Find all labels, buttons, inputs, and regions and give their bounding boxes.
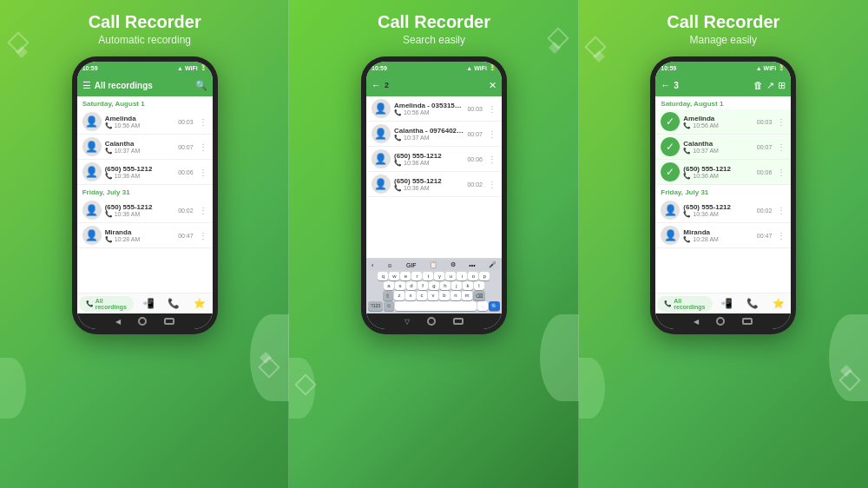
- more-icon-3-4[interactable]: ⋮: [777, 231, 786, 241]
- call-item-1-2[interactable]: 👤 (650) 555-1212 📞 10:36 AM 00:06 ⋮: [77, 160, 213, 185]
- panel1-subtitle: Automatic recording: [89, 34, 201, 46]
- call-duration-1-3: 00:02: [178, 208, 194, 214]
- home-button-3[interactable]: [716, 317, 725, 326]
- bottom-nav-starred-1[interactable]: ⭐: [187, 298, 213, 309]
- bottom-nav-incoming-3[interactable]: 📲: [714, 298, 740, 309]
- more-icon-1-3[interactable]: ⋮: [199, 206, 207, 215]
- call-duration-2-1: 00:07: [467, 131, 483, 137]
- call-item-3-0[interactable]: ✓ Amelinda 📞 10:56 AM 00:03 ⋮: [655, 109, 791, 135]
- key-d[interactable]: d: [406, 281, 417, 290]
- key-n[interactable]: n: [450, 291, 461, 300]
- more-icon-2-0[interactable]: ⋮: [488, 104, 496, 114]
- call-duration-1-2: 00:06: [178, 169, 194, 175]
- key-q[interactable]: q: [378, 272, 388, 280]
- key-y[interactable]: y: [434, 272, 444, 280]
- key-search[interactable]: 🔍: [489, 301, 500, 311]
- call-item-3-4[interactable]: 👤 Miranda 📞 10:28 AM 00:47 ⋮: [655, 223, 791, 248]
- close-icon-2[interactable]: ✕: [489, 80, 496, 91]
- more-icon-1-0[interactable]: ⋮: [199, 117, 207, 127]
- recent-button-2[interactable]: [453, 318, 464, 325]
- key-123[interactable]: ?123: [368, 301, 383, 311]
- search-input-2[interactable]: 2: [385, 81, 485, 89]
- search-item-2-3[interactable]: 👤 (650) 555-1212 📞 10:36 AM 00:02 ⋮: [366, 172, 502, 197]
- key-shift[interactable]: ⇧: [383, 291, 393, 300]
- more-icon-2-1[interactable]: ⋮: [488, 129, 496, 139]
- key-z[interactable]: z: [394, 291, 404, 300]
- home-button-2[interactable]: [427, 317, 436, 326]
- key-t[interactable]: t: [423, 272, 433, 280]
- key-o[interactable]: o: [468, 272, 478, 280]
- key-b[interactable]: b: [439, 291, 450, 300]
- home-button-1[interactable]: [138, 317, 147, 326]
- key-p[interactable]: p: [479, 272, 490, 280]
- bottom-nav-starred-3[interactable]: ⭐: [766, 298, 792, 309]
- key-backspace[interactable]: ⌫: [473, 291, 485, 300]
- delete-icon-3[interactable]: 🗑: [753, 80, 763, 90]
- key-e[interactable]: e: [400, 272, 411, 280]
- back-icon-2[interactable]: ←: [372, 80, 381, 90]
- call-info-1-4: Miranda 📞 10:28 AM: [105, 228, 174, 243]
- back-button-3[interactable]: ◀: [694, 318, 699, 326]
- key-x[interactable]: x: [405, 291, 416, 300]
- key-u[interactable]: u: [445, 272, 456, 280]
- more-icon-3-1[interactable]: ⋮: [777, 142, 786, 152]
- share-icon-3[interactable]: ↗: [766, 80, 774, 91]
- more-icon-3-3[interactable]: ⋮: [777, 206, 786, 215]
- call-name-1-3: (650) 555-1212: [105, 203, 174, 211]
- search-item-2-0[interactable]: 👤 Amelinda - 035315836 📞 10:56 AM 00:03 …: [366, 96, 502, 122]
- bottom-nav-outgoing-3[interactable]: 📞: [740, 298, 766, 309]
- call-item-3-3[interactable]: 👤 (650) 555-1212 📞 10:36 AM 00:02 ⋮: [655, 198, 791, 223]
- bottom-nav-all-3[interactable]: 📞 All recordings: [655, 294, 713, 313]
- more-icon-3[interactable]: ⊞: [778, 80, 786, 91]
- avatar-3-1: ✓: [661, 137, 680, 156]
- call-item-1-4[interactable]: 👤 Miranda 📞 10:28 AM 00:47 ⋮: [77, 223, 213, 248]
- menu-icon-1[interactable]: ☰: [82, 80, 91, 91]
- key-j[interactable]: j: [451, 281, 462, 290]
- call-item-1-0[interactable]: 👤 Amelinda 📞 10:56 AM 00:03 ⋮: [77, 109, 213, 135]
- call-item-1-3[interactable]: 👤 (650) 555-1212 📞 10:36 AM 00:02 ⋮: [77, 198, 213, 223]
- more-icon-2-2[interactable]: ⋮: [488, 155, 496, 164]
- back-icon-3[interactable]: ←: [661, 80, 670, 90]
- bottom-nav-outgoing-1[interactable]: 📞: [161, 298, 187, 309]
- more-icon-3-2[interactable]: ⋮: [777, 168, 786, 177]
- key-k[interactable]: k: [463, 281, 473, 290]
- back-button-2[interactable]: ▽: [404, 318, 410, 326]
- key-h[interactable]: h: [440, 281, 450, 290]
- recent-button-3[interactable]: [742, 318, 753, 325]
- key-emoji[interactable]: ☺: [384, 301, 394, 311]
- key-w[interactable]: w: [389, 272, 399, 280]
- key-r[interactable]: r: [411, 272, 422, 280]
- key-g[interactable]: g: [429, 281, 439, 290]
- key-v[interactable]: v: [428, 291, 438, 300]
- more-icon-1-4[interactable]: ⋮: [199, 231, 207, 241]
- key-c[interactable]: c: [417, 291, 427, 300]
- search-item-2-2[interactable]: 👤 (650) 555-1212 📞 10:36 AM 00:06 ⋮: [366, 147, 502, 172]
- more-icon-1-2[interactable]: ⋮: [199, 168, 207, 177]
- key-i[interactable]: i: [457, 272, 467, 280]
- key-m[interactable]: m: [462, 291, 472, 300]
- call-name-1-1: Calantha: [105, 140, 174, 148]
- back-button-1[interactable]: ◀: [115, 318, 121, 326]
- more-icon-3-0[interactable]: ⋮: [777, 117, 786, 127]
- call-item-3-1[interactable]: ✓ Calantha 📞 10:37 AM 00:07 ⋮: [655, 135, 791, 160]
- call-name-2-2: (650) 555-1212: [394, 152, 464, 160]
- bottom-nav-all-1[interactable]: 📞 All recordings: [77, 294, 135, 313]
- key-period[interactable]: .: [477, 301, 488, 311]
- key-f[interactable]: f: [418, 281, 428, 290]
- search-item-2-1[interactable]: 👤 Calantha - 0976402199 📞 10:37 AM 00:07…: [366, 122, 502, 147]
- key-space[interactable]: [395, 301, 477, 311]
- recent-button-1[interactable]: [164, 318, 174, 325]
- more-icon-2-3[interactable]: ⋮: [488, 180, 496, 189]
- key-a[interactable]: a: [384, 281, 394, 290]
- call-item-3-2[interactable]: ✓ (650) 555-1212 📞 10:36 AM 00:06 ⋮: [655, 160, 791, 185]
- selection-count-3: 3: [674, 81, 750, 90]
- bottom-nav-incoming-1[interactable]: 📲: [135, 298, 161, 309]
- call-duration-2-2: 00:06: [467, 156, 483, 162]
- key-s[interactable]: s: [395, 281, 405, 290]
- key-l[interactable]: l: [474, 281, 484, 290]
- more-icon-1-1[interactable]: ⋮: [199, 142, 207, 152]
- call-item-1-1[interactable]: 👤 Calantha 📞 10:37 AM 00:07 ⋮: [77, 135, 213, 160]
- search-icon-1[interactable]: 🔍: [195, 80, 207, 91]
- call-name-2-3: (650) 555-1212: [394, 177, 464, 185]
- keyboard-row-1: q w e r t y u i o p: [368, 272, 500, 280]
